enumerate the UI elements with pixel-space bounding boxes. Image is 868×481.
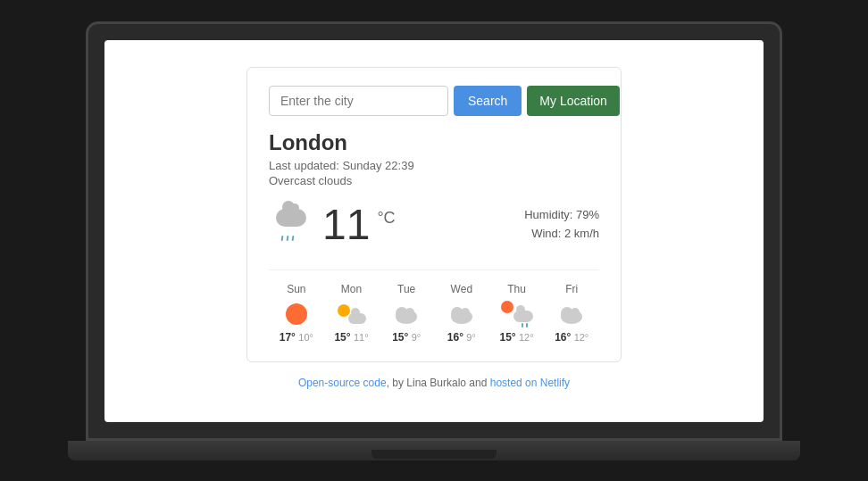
forecast-temps-sun: 17° 10° xyxy=(269,331,324,344)
forecast-day-name: Wed xyxy=(434,283,489,295)
temperature-unit: °C xyxy=(377,209,395,228)
forecast-day-name: Mon xyxy=(324,283,380,295)
last-updated: Last updated: Sunday 22:39 xyxy=(269,159,599,172)
svg-point-2 xyxy=(405,308,414,317)
weather-card: Search My Location London Last updated: … xyxy=(246,67,622,362)
forecast-icon-sun xyxy=(269,301,324,328)
laptop-base xyxy=(68,441,800,460)
forecast-day-name: Tue xyxy=(379,283,434,295)
city-name: London xyxy=(269,130,599,155)
forecast-day-thu: Thu 15° 12° xyxy=(489,283,545,344)
screen: Search My Location London Last updated: … xyxy=(104,40,764,422)
search-input[interactable] xyxy=(269,86,448,116)
forecast-day-mon: Mon 15° 11° xyxy=(324,283,380,344)
forecast-icon-tue xyxy=(379,301,434,328)
forecast-icon-wed xyxy=(434,301,489,328)
forecast-temps-thu: 15° 12° xyxy=(489,331,545,344)
forecast-temps-tue: 15° 9° xyxy=(379,331,434,344)
temperature-section: 11 °C xyxy=(269,202,396,248)
wind-label: Wind: 2 km/h xyxy=(524,225,599,244)
search-button[interactable]: Search xyxy=(454,86,522,116)
trackpad-notch xyxy=(371,450,497,459)
forecast-icon-fri xyxy=(544,301,599,328)
svg-point-5 xyxy=(461,308,470,317)
weather-main: 11 °C Humidity: 79% Wind: 2 km/h xyxy=(269,202,599,248)
humidity-wind-info: Humidity: 79% Wind: 2 km/h xyxy=(524,206,599,244)
current-weather-icon xyxy=(269,202,315,248)
forecast-day-fri: Fri 16° 12° xyxy=(544,283,599,344)
forecast-temps-wed: 16° 9° xyxy=(434,331,489,344)
humidity-label: Humidity: 79% xyxy=(524,206,599,225)
forecast-row: Sun 17° 10° Mon xyxy=(269,270,599,344)
forecast-icon-thu xyxy=(489,301,545,328)
cloud-rain-icon xyxy=(274,209,310,241)
screen-bezel: Search My Location London Last updated: … xyxy=(86,21,782,441)
forecast-icon-mon xyxy=(324,301,380,328)
open-source-link[interactable]: Open-source code xyxy=(298,377,387,389)
weather-description: Overcast clouds xyxy=(269,174,599,187)
search-row: Search My Location xyxy=(269,86,599,116)
forecast-day-wed: Wed 16° 9° xyxy=(434,283,489,344)
footer-text-middle: , by Lina Burkalo and xyxy=(387,377,490,389)
laptop-shell: Search My Location London Last updated: … xyxy=(86,21,782,460)
temperature-value: 11 xyxy=(322,203,370,246)
forecast-day-tue: Tue 15° 9° xyxy=(379,283,434,344)
forecast-day-sun: Sun 17° 10° xyxy=(269,283,324,344)
forecast-temps-fri: 16° 12° xyxy=(544,331,599,344)
forecast-temps-mon: 15° 11° xyxy=(324,331,380,344)
forecast-day-name: Fri xyxy=(544,283,599,295)
netlify-link[interactable]: hosted on Netlify xyxy=(490,377,570,389)
forecast-day-name: Thu xyxy=(489,283,545,295)
footer: Open-source code, by Lina Burkalo and ho… xyxy=(298,377,570,389)
forecast-day-name: Sun xyxy=(269,283,324,295)
my-location-button[interactable]: My Location xyxy=(527,86,619,116)
svg-point-8 xyxy=(571,308,580,317)
